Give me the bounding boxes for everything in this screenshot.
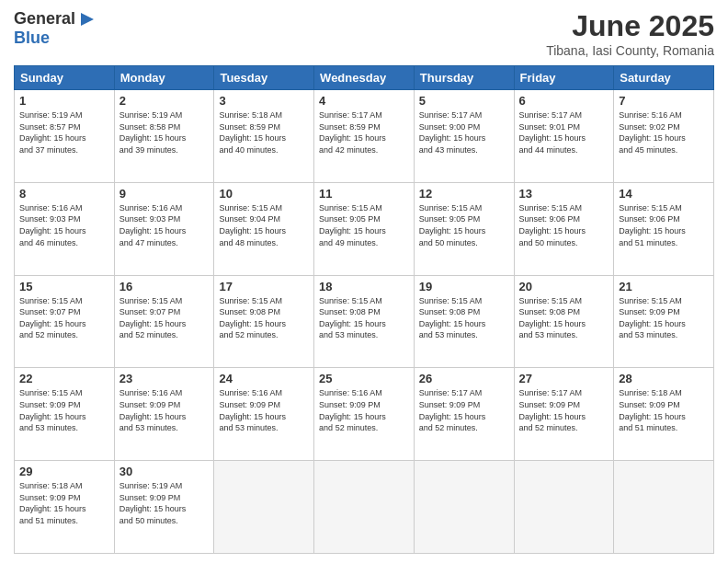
day-18: 18 Sunrise: 5:15 AMSunset: 9:08 PMDaylig…: [314, 275, 415, 368]
day-20: 20 Sunrise: 5:15 AMSunset: 9:08 PMDaylig…: [514, 275, 614, 368]
day-17: 17 Sunrise: 5:15 AMSunset: 9:08 PMDaylig…: [214, 275, 314, 368]
logo-blue: Blue: [14, 29, 97, 48]
day-empty-1: [214, 461, 314, 554]
day-23: 23 Sunrise: 5:16 AMSunset: 9:09 PMDaylig…: [114, 368, 214, 461]
day-12: 12 Sunrise: 5:15 AMSunset: 9:05 PMDaylig…: [414, 182, 514, 275]
day-5: 5 Sunrise: 5:17 AMSunset: 9:00 PMDayligh…: [414, 90, 514, 183]
header-saturday: Saturday: [614, 66, 714, 90]
day-4: 4 Sunrise: 5:17 AMSunset: 8:59 PMDayligh…: [314, 90, 415, 183]
day-15: 15 Sunrise: 5:15 AMSunset: 9:07 PMDaylig…: [15, 275, 115, 368]
day-7: 7 Sunrise: 5:16 AMSunset: 9:02 PMDayligh…: [614, 90, 714, 183]
week-row-1: 1 Sunrise: 5:19 AMSunset: 8:57 PMDayligh…: [15, 90, 714, 183]
day-10: 10 Sunrise: 5:15 AMSunset: 9:04 PMDaylig…: [214, 182, 314, 275]
page: General Blue June 2025 Tibana, Iasi Coun…: [0, 0, 728, 563]
week-row-3: 15 Sunrise: 5:15 AMSunset: 9:07 PMDaylig…: [15, 275, 714, 368]
header-thursday: Thursday: [414, 66, 514, 90]
day-29: 29 Sunrise: 5:18 AMSunset: 9:09 PMDaylig…: [15, 461, 115, 554]
header: General Blue June 2025 Tibana, Iasi Coun…: [14, 9, 714, 58]
week-row-2: 8 Sunrise: 5:16 AMSunset: 9:03 PMDayligh…: [15, 182, 714, 275]
logo: General Blue: [14, 9, 97, 48]
day-27: 27 Sunrise: 5:17 AMSunset: 9:09 PMDaylig…: [514, 368, 614, 461]
day-16: 16 Sunrise: 5:15 AMSunset: 9:07 PMDaylig…: [114, 275, 214, 368]
week-row-4: 22 Sunrise: 5:15 AMSunset: 9:09 PMDaylig…: [15, 368, 714, 461]
day-9: 9 Sunrise: 5:16 AMSunset: 9:03 PMDayligh…: [114, 182, 214, 275]
day-11: 11 Sunrise: 5:15 AMSunset: 9:05 PMDaylig…: [314, 182, 415, 275]
logo-general: General: [14, 10, 75, 29]
main-title: June 2025: [546, 9, 714, 43]
day-empty-5: [614, 461, 714, 554]
calendar-table: Sunday Monday Tuesday Wednesday Thursday…: [14, 65, 714, 554]
calendar-header-row: Sunday Monday Tuesday Wednesday Thursday…: [15, 66, 714, 90]
day-empty-2: [314, 461, 415, 554]
header-wednesday: Wednesday: [314, 66, 415, 90]
header-tuesday: Tuesday: [214, 66, 314, 90]
day-6: 6 Sunrise: 5:17 AMSunset: 9:01 PMDayligh…: [514, 90, 614, 183]
day-25: 25 Sunrise: 5:16 AMSunset: 9:09 PMDaylig…: [314, 368, 415, 461]
day-empty-3: [414, 461, 514, 554]
day-21: 21 Sunrise: 5:15 AMSunset: 9:09 PMDaylig…: [614, 275, 714, 368]
header-monday: Monday: [114, 66, 214, 90]
day-24: 24 Sunrise: 5:16 AMSunset: 9:09 PMDaylig…: [214, 368, 314, 461]
subtitle: Tibana, Iasi County, Romania: [546, 43, 714, 58]
title-section: June 2025 Tibana, Iasi County, Romania: [546, 9, 714, 58]
day-1: 1 Sunrise: 5:19 AMSunset: 8:57 PMDayligh…: [15, 90, 115, 183]
day-26: 26 Sunrise: 5:17 AMSunset: 9:09 PMDaylig…: [414, 368, 514, 461]
day-30: 30 Sunrise: 5:19 AMSunset: 9:09 PMDaylig…: [114, 461, 214, 554]
day-22: 22 Sunrise: 5:15 AMSunset: 9:09 PMDaylig…: [15, 368, 115, 461]
week-row-5: 29 Sunrise: 5:18 AMSunset: 9:09 PMDaylig…: [15, 461, 714, 554]
day-14: 14 Sunrise: 5:15 AMSunset: 9:06 PMDaylig…: [614, 182, 714, 275]
day-8: 8 Sunrise: 5:16 AMSunset: 9:03 PMDayligh…: [15, 182, 115, 275]
day-empty-4: [514, 461, 614, 554]
header-sunday: Sunday: [15, 66, 115, 90]
svg-marker-0: [81, 13, 94, 26]
day-28: 28 Sunrise: 5:18 AMSunset: 9:09 PMDaylig…: [614, 368, 714, 461]
day-2: 2 Sunrise: 5:19 AMSunset: 8:58 PMDayligh…: [114, 90, 214, 183]
day-13: 13 Sunrise: 5:15 AMSunset: 9:06 PMDaylig…: [514, 182, 614, 275]
day-19: 19 Sunrise: 5:15 AMSunset: 9:08 PMDaylig…: [414, 275, 514, 368]
header-friday: Friday: [514, 66, 614, 90]
logo-flag-icon: [77, 9, 97, 29]
day-3: 3 Sunrise: 5:18 AMSunset: 8:59 PMDayligh…: [214, 90, 314, 183]
